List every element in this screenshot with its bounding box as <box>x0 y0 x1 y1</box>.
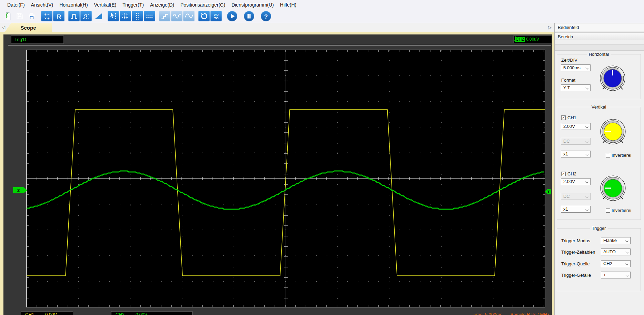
ch2-invert-checkbox[interactable] <box>606 208 610 213</box>
menu-item-ansicht[interactable]: Ansicht(V) <box>28 1 57 9</box>
toolbar-separator <box>38 16 40 16</box>
sweep-signal-button[interactable] <box>183 11 195 21</box>
toolbar-separator <box>256 16 259 16</box>
horizontal-position-knob[interactable] <box>599 64 626 92</box>
reference-button[interactable]: R <box>53 11 65 21</box>
menu-item-vertikal[interactable]: Vertikal(E) <box>91 1 120 9</box>
undo-icon <box>200 12 209 21</box>
ch1-probe-select[interactable]: x1 <box>561 151 591 158</box>
ch1-invert-checkbox[interactable] <box>606 153 610 158</box>
ch2-volts-select[interactable]: 2.00V <box>561 178 591 185</box>
help-button[interactable]: ? <box>261 11 271 21</box>
autoset-button[interactable]: AUTO <box>210 11 222 21</box>
open-icon <box>3 12 12 21</box>
chevron-down-icon <box>585 208 588 211</box>
pulse2-icon <box>82 12 91 21</box>
sine-signal-button[interactable] <box>171 11 182 21</box>
svg-text:AU: AU <box>214 13 219 16</box>
format-select[interactable]: Y-T <box>561 84 591 91</box>
ch2-enable-checkbox[interactable]: ✓ <box>561 172 566 176</box>
knob-dial-icon <box>599 64 626 92</box>
menu-item-hilfe[interactable]: Hilfe(H) <box>277 1 299 9</box>
ch1-probe-value: x1 <box>563 151 568 156</box>
trigger-source-select[interactable]: CH2 <box>601 260 631 267</box>
trigger-sweep-select[interactable]: AUTO <box>601 248 631 255</box>
menu-item-datei[interactable]: Datei(F) <box>4 1 28 9</box>
print-icon <box>27 12 36 21</box>
horizontal-cursor-button[interactable] <box>144 11 155 21</box>
ramp-icon <box>94 12 103 21</box>
chevron-down-icon <box>585 140 588 143</box>
toolbar: + −× ÷RAUTO? <box>0 9 644 23</box>
menu-item-positionsanzeiger[interactable]: Positionsanzeiger(C) <box>177 1 228 9</box>
grid-button[interactable] <box>120 11 131 21</box>
cursor-icon <box>109 12 118 21</box>
menu-item-anzeige[interactable]: Anzeige(D) <box>147 1 177 9</box>
chevron-down-icon <box>585 125 588 128</box>
cursor-button[interactable] <box>108 11 119 21</box>
chevron-down-icon <box>585 87 588 90</box>
ch1-volts-select[interactable]: 2.00V <box>561 123 591 130</box>
trigger-level-value: 0.00uV <box>526 37 539 42</box>
ramp-button[interactable] <box>92 11 104 21</box>
ch1-status-label: CH1 <box>25 312 36 315</box>
menu-item-trigger[interactable]: Trigger(T) <box>119 1 147 9</box>
save-button[interactable] <box>14 11 25 21</box>
panel-section-bereich[interactable]: Bereich <box>555 32 644 40</box>
ch2-status-label: CH2 <box>116 312 127 315</box>
svg-text:R: R <box>57 13 61 20</box>
menu-item-dienstprogramm[interactable]: Dienstprogramm(U) <box>228 1 277 9</box>
knob-dial-icon <box>599 118 627 145</box>
ch2-probe-select[interactable]: x1 <box>561 206 591 213</box>
open-button[interactable] <box>2 11 13 21</box>
sine-icon <box>172 12 181 21</box>
ch2-position-knob[interactable] <box>599 174 627 202</box>
ch2-coupling-value: DC <box>563 194 570 199</box>
time-value: Time: 5.000ms <box>473 312 502 315</box>
vertical-cursor-button[interactable] <box>132 11 143 21</box>
svg-text:T: T <box>547 190 550 194</box>
oscilloscope-display[interactable]: 2T Trig'D CH2 0.00uV CH1 0.00V CH2 0.00V… <box>3 34 552 315</box>
ch1-coupling-select: DC <box>561 138 591 145</box>
scope-content-area: 2T Trig'D CH2 0.00uV CH1 0.00V CH2 0.00V… <box>0 32 554 315</box>
chevron-down-icon <box>585 153 588 156</box>
svg-text:TO: TO <box>214 16 218 20</box>
math-button[interactable]: + −× ÷ <box>41 11 52 21</box>
trigger-group-title: Trigger <box>590 226 608 231</box>
trigger-mode-label: Trigger-Modus <box>561 238 590 243</box>
refresh-button[interactable] <box>198 11 210 21</box>
tab-strip: ◁ Scope ▷ <box>0 23 644 32</box>
step-signal-button[interactable] <box>159 11 170 21</box>
pause-button[interactable] <box>244 11 254 21</box>
tab-scope[interactable]: Scope <box>5 23 52 32</box>
trigger-mode-select[interactable]: Flanke <box>601 237 631 244</box>
chevron-down-icon <box>585 195 588 198</box>
trigger-slope-select[interactable]: + <box>601 272 631 278</box>
trigger-status-badge: Trig'D <box>11 35 64 44</box>
svg-text:× ÷: × ÷ <box>44 16 49 20</box>
menu-item-horizontal[interactable]: Horizontal(H) <box>56 1 91 9</box>
trigger-sweep-label: Trigger-Zeitablen <box>561 250 595 255</box>
tab-scope-label: Scope <box>20 25 36 31</box>
chevron-down-icon <box>585 180 588 183</box>
ch1-enable-checkbox[interactable]: ✓ <box>561 115 566 120</box>
start-button[interactable] <box>227 11 237 21</box>
tab-scroll-right-icon[interactable]: ▷ <box>548 25 552 30</box>
ch1-position-knob[interactable] <box>599 118 627 145</box>
ch1-label: CH1 <box>567 115 576 120</box>
sine2-icon <box>185 12 194 21</box>
trigger-slope-label: Trigger-Gefälle <box>561 273 591 278</box>
zeit-div-select[interactable]: 5.000ms <box>561 64 591 71</box>
tab-scroll-left-icon[interactable]: ◁ <box>2 25 5 30</box>
square-wave-button[interactable] <box>68 11 80 21</box>
toolbar-separator <box>65 16 68 16</box>
svg-text:2: 2 <box>17 188 20 193</box>
ch2-status-box: CH2 0.00V <box>111 311 192 315</box>
ch1-status-box: CH1 0.00V <box>21 311 73 315</box>
trigger-source-label: Trigger-Quelle <box>561 261 590 266</box>
print-button[interactable] <box>26 11 37 21</box>
square-wave2-button[interactable] <box>80 11 92 21</box>
trigger-mode-value: Flanke <box>603 238 617 243</box>
ch1-invert-label: Invertieren <box>612 153 631 158</box>
horizontal-group-title: Horizontal <box>587 52 611 57</box>
